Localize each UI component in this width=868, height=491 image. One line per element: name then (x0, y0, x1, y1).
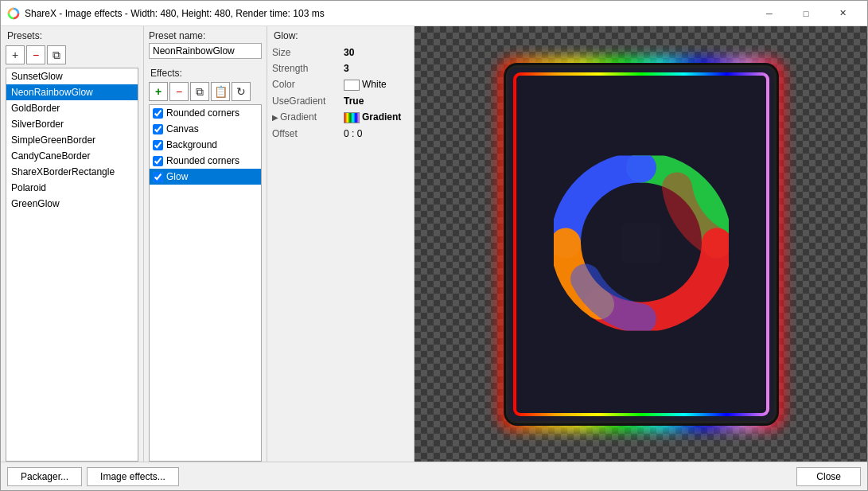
effect-item[interactable]: Background (150, 137, 261, 153)
effect-checkbox[interactable] (153, 156, 163, 166)
prop-row: ▶Gradient Gradient (267, 109, 414, 126)
expand-arrow-icon: ▶ (272, 113, 280, 122)
properties-column: Glow: Size 30 Strength 3 Color White (267, 26, 415, 462)
effect-name: Glow (166, 171, 188, 182)
add-icon: + (12, 49, 18, 61)
effects-list[interactable]: Rounded corners Canvas Background Rounde… (149, 104, 262, 462)
preview-panel (415, 26, 867, 462)
prop-row: Color White (267, 76, 414, 93)
add-preset-button[interactable]: + (6, 45, 25, 64)
add-effect-icon: + (155, 85, 162, 98)
effect-item[interactable]: Rounded corners (150, 153, 261, 169)
presets-label: Presets: (1, 26, 143, 44)
properties-table: Size 30 Strength 3 Color White Use (267, 45, 414, 142)
list-item[interactable]: Polaroid (6, 180, 138, 196)
effect-name: Canvas (166, 123, 199, 134)
image-effects-button[interactable]: Image effects... (87, 467, 179, 486)
window-controls: ─ □ ✕ (751, 1, 861, 26)
prop-value: 30 (339, 45, 414, 60)
paste-effect-icon: 📋 (214, 85, 228, 98)
main-window: ShareX - Image effects - Width: 480, Hei… (0, 0, 868, 491)
prop-key: Offset (267, 126, 339, 142)
prop-key: ▶Gradient (267, 109, 339, 126)
prop-key: Size (267, 45, 339, 60)
preset-name-input[interactable] (149, 43, 262, 59)
copy-icon: ⧉ (53, 49, 60, 62)
packager-button[interactable]: Packager... (7, 467, 82, 486)
copy-effect-icon: ⧉ (196, 85, 204, 99)
effect-name: Rounded corners (166, 107, 239, 119)
maximize-button[interactable]: □ (788, 1, 824, 26)
presets-column: Presets: + − ⧉ SunsetGlow NeonRainbowGlo… (1, 26, 144, 462)
gradient-swatch (344, 112, 360, 123)
prop-key: UseGradient (267, 93, 339, 109)
list-item[interactable]: SilverBorder (6, 116, 138, 132)
effects-column: Preset name: Effects: + − ⧉ 📋 ↻ (144, 26, 267, 462)
minus-icon: − (33, 49, 39, 61)
close-button[interactable]: Close (796, 467, 861, 486)
sharex-logo (554, 155, 729, 330)
prop-value: White (339, 76, 414, 93)
app-icon (7, 7, 20, 20)
logo-container (554, 155, 729, 333)
presets-toolbar: + − ⧉ (1, 44, 143, 68)
effect-checkbox[interactable] (153, 124, 163, 134)
minimize-button[interactable]: ─ (751, 1, 788, 26)
list-item[interactable]: CandyCaneBorder (6, 148, 138, 164)
effect-name: Background (166, 139, 217, 150)
preset-name-section: Preset name: (144, 26, 267, 59)
prop-key: Color (267, 76, 339, 93)
copy-effect-button[interactable]: ⧉ (190, 82, 209, 101)
effects-toolbar: + − ⧉ 📋 ↻ (144, 79, 267, 104)
remove-preset-button[interactable]: − (26, 45, 45, 64)
prop-row: Size 30 (267, 45, 414, 60)
effect-checkbox[interactable] (153, 140, 163, 150)
prop-row: Strength 3 (267, 60, 414, 76)
effect-item[interactable]: Canvas (150, 121, 261, 137)
list-item[interactable]: SimpleGreenBorder (6, 132, 138, 148)
list-item[interactable]: GoldBorder (6, 100, 138, 116)
list-item[interactable]: GreenGlow (6, 196, 138, 212)
list-item[interactable]: ShareXBorderRectangle (6, 164, 138, 180)
prop-row: UseGradient True (267, 93, 414, 109)
window-title: ShareX - Image effects - Width: 480, Hei… (25, 8, 751, 19)
preset-name-label: Preset name: (149, 30, 262, 43)
effect-item-glow[interactable]: Glow (150, 169, 261, 185)
color-swatch (344, 80, 360, 91)
copy-preset-button[interactable]: ⧉ (47, 45, 66, 64)
bottom-bar: Packager... Image effects... Close (1, 462, 867, 490)
effect-checkbox[interactable] (153, 108, 163, 119)
prop-value: Gradient (339, 109, 414, 126)
prop-key: Strength (267, 60, 339, 76)
prop-value: 3 (339, 60, 414, 76)
refresh-effect-button[interactable]: ↻ (232, 82, 251, 101)
preview-wrapper (506, 65, 777, 423)
presets-list[interactable]: SunsetGlow NeonRainbowGlow GoldBorder Si… (6, 68, 138, 462)
effects-label: Effects: (144, 64, 267, 79)
effect-checkbox[interactable] (153, 172, 163, 182)
effect-name: Rounded corners (166, 155, 239, 166)
close-window-button[interactable]: ✕ (824, 1, 861, 26)
effect-item[interactable]: Rounded corners (150, 105, 261, 121)
paste-effect-button[interactable]: 📋 (211, 82, 230, 101)
prop-value: 0 : 0 (339, 126, 414, 142)
remove-effect-icon: − (176, 85, 182, 98)
prop-value: True (339, 93, 414, 109)
svg-rect-1 (621, 223, 661, 263)
remove-effect-button[interactable]: − (169, 82, 189, 101)
content-row: Presets: + − ⧉ SunsetGlow NeonRainbowGlo… (1, 26, 867, 462)
preview-card (506, 65, 777, 423)
prop-row: Offset 0 : 0 (267, 126, 414, 142)
properties-label: Glow: (267, 26, 414, 45)
add-effect-button[interactable]: + (149, 82, 168, 101)
title-bar: ShareX - Image effects - Width: 480, Hei… (1, 1, 867, 26)
refresh-effect-icon: ↻ (236, 85, 246, 98)
list-item[interactable]: NeonRainbowGlow (6, 84, 138, 100)
list-item[interactable]: SunsetGlow (6, 68, 138, 84)
